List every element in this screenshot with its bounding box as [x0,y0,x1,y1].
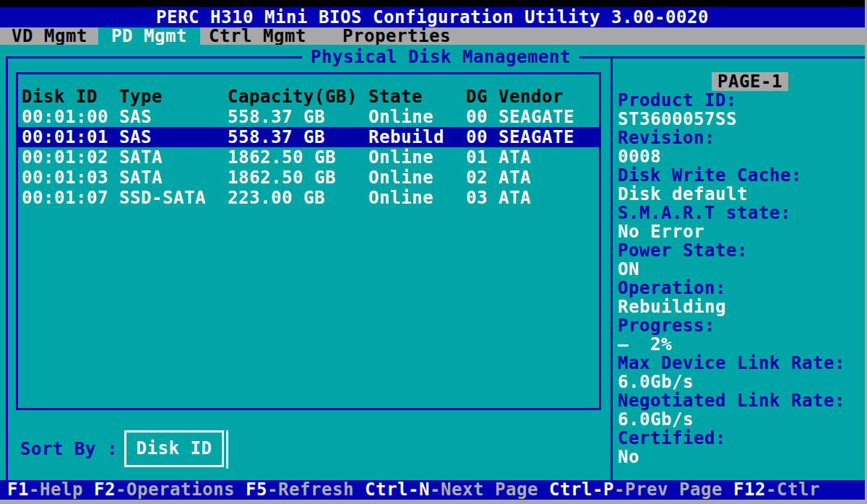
detail-label-revision: Revision: [613,129,865,147]
cell-type: SATA [119,147,228,168]
cell-dg: 03 [466,188,499,208]
panel-border-left [6,56,8,480]
sort-by-dropdown[interactable]: Disk ID [124,430,224,467]
key-hint-f12: F12 [733,479,766,500]
title-bar: PERC H310 Mini BIOS Configuration Utilit… [0,7,865,27]
cell-disk-id: 00:01:00 [22,107,119,127]
cell-dg: 01 [466,147,499,168]
key-hint-ctrl-p: Ctrl-P [549,479,614,500]
cell-vendor: SEAGATE [499,127,599,147]
detail-value-max-device-link-rate: 6.0Gb/s [613,373,865,391]
disk-table: Disk ID Type Capacity(GB) State DG Vendo… [16,72,601,410]
detail-label-power-state: Power State: [613,241,865,260]
cell-type: SATA [119,168,228,188]
detail-value-operation: Rebuilding [613,297,865,316]
cell-vendor: ATA [499,168,599,188]
cell-vendor: ATA [499,147,599,168]
disk-table-body: 00:01:00SAS558.37 GBOnline00SEAGATE00:01… [18,107,599,208]
cell-capacity: 1862.50 GB [228,147,368,168]
key-hint-f2: F2 [94,479,116,500]
column-header-disk-id: Disk ID [22,87,119,107]
page-indicator: PAGE-1 [712,72,788,91]
disk-row[interactable]: 00:01:02SATA1862.50 GBOnline01ATA [18,147,599,168]
column-header-capacity: Capacity(GB) [228,87,368,107]
detail-value-certified: No [613,448,865,466]
sort-by-label: Sort By : [20,439,118,459]
page-title: Physical Disk Management [302,48,579,66]
menu-bar: VD MgmtPD MgmtCtrl MgmtProperties [0,27,865,45]
function-key-bar: F1-Help F2-Operations F5-Refresh Ctrl-N-… [0,480,865,500]
cell-dg: 02 [466,168,499,188]
detail-value-power-state: ON [613,260,865,279]
detail-label-certified: Certified: [613,429,865,448]
cell-disk-id: 00:01:02 [22,147,119,168]
cell-capacity: 558.37 GB [228,127,368,147]
detail-label-progress: Progress: [613,316,865,335]
key-hint-label-f12: -Ctlr [766,479,820,500]
cell-disk-id: 00:01:03 [22,168,119,188]
details-fields: Product ID:ST3600057SSRevision:0008Disk … [613,91,865,466]
sort-box-shadow-line [226,430,228,469]
cell-state: Rebuild [368,127,466,147]
detail-label-operation: Operation: [613,279,865,297]
cell-state: Online [368,107,466,127]
cell-state: Online [368,147,466,168]
detail-value-progress: — 2% [613,335,865,354]
disk-table-header: Disk ID Type Capacity(GB) State DG Vendo… [18,87,599,107]
cell-disk-id: 00:01:01 [22,127,119,147]
detail-label-s-m-a-r-t-state: S.M.A.R.T state: [613,204,865,222]
key-hint-label-f5: -Refresh [267,479,354,500]
column-header-dg: DG [466,87,499,107]
column-header-vendor: Vendor [499,87,599,107]
main-area: Physical Disk Management Disk ID Type Ca… [0,45,865,480]
bios-screen: PERC H310 Mini BIOS Configuration Utilit… [0,0,867,504]
detail-value-s-m-a-r-t-state: No Error [613,222,865,241]
cell-type: SAS [119,107,228,127]
cell-vendor: SEAGATE [499,107,599,127]
key-hint-label-f1: -Help [29,479,83,500]
column-header-type: Type [119,87,228,107]
cell-state: Online [368,188,466,208]
detail-value-negotiated-link-rate: 6.0Gb/s [613,410,865,429]
menu-tab-pd-mgmt[interactable]: PD Mgmt [98,27,200,45]
cell-dg: 00 [466,127,499,147]
detail-label-product-id: Product ID: [613,91,865,110]
column-header-state: State [368,87,466,107]
disk-row[interactable]: 00:01:03SATA1862.50 GBOnline02ATA [18,168,599,188]
detail-value-product-id: ST3600057SS [613,110,865,129]
disk-row[interactable]: 00:01:07SSD-SATA223.00 GBOnline03ATA [18,188,599,208]
overscan-top [0,0,867,7]
cell-capacity: 558.37 GB [228,107,368,127]
detail-value-disk-write-cache: Disk default [613,185,865,204]
key-hint-f1: F1 [7,479,29,500]
overscan-bottom [0,500,867,504]
menu-tab-vd-mgmt[interactable]: VD Mgmt [12,27,87,45]
key-hint-label-f2: -Operations [116,479,235,500]
sort-by-value: Disk ID [137,438,212,459]
key-hint-ctrl-n: Ctrl-N [365,479,430,500]
cell-vendor: ATA [499,188,599,208]
detail-label-disk-write-cache: Disk Write Cache: [613,166,865,185]
detail-value-revision: 0008 [613,147,865,166]
cell-disk-id: 00:01:07 [22,188,119,208]
cell-type: SSD-SATA [119,188,228,208]
menu-tab-properties[interactable]: Properties [342,27,451,45]
key-hint-label-ctrl-p: -Prev Page [614,479,722,500]
key-hint-label-ctrl-n: -Next Page [430,479,538,500]
disk-row[interactable]: 00:01:01SAS558.37 GBRebuild00SEAGATE [18,127,599,147]
cell-type: SAS [119,127,228,147]
cell-capacity: 223.00 GB [228,188,368,208]
detail-label-max-device-link-rate: Max Device Link Rate: [613,354,865,373]
cell-capacity: 1862.50 GB [228,168,368,188]
window-title: PERC H310 Mini BIOS Configuration Utilit… [156,7,709,27]
disk-row[interactable]: 00:01:00SAS558.37 GBOnline00SEAGATE [18,107,599,127]
cell-state: Online [368,168,466,188]
cell-dg: 00 [466,107,499,127]
key-hint-f5: F5 [246,479,267,500]
menu-tab-ctrl-mgmt[interactable]: Ctrl Mgmt [209,27,306,45]
details-panel: PAGE-1 Product ID:ST3600057SSRevision:00… [613,72,865,466]
detail-label-negotiated-link-rate: Negotiated Link Rate: [613,391,865,410]
